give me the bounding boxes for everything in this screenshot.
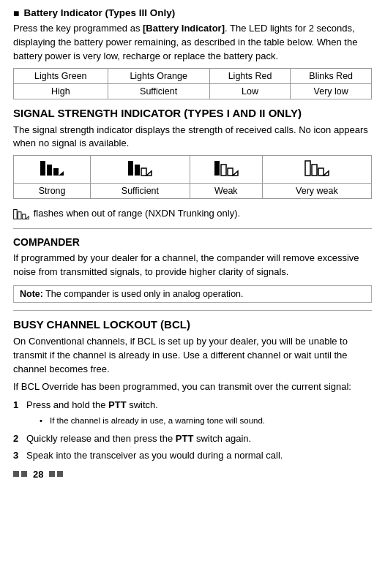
note-box: Note: The compander is used only in anal… (13, 285, 372, 303)
bcl-step-1: 1 Press and hold the PTT switch. • If th… (13, 399, 372, 429)
svg-rect-0 (40, 161, 45, 176)
battery-value-1: High (14, 83, 108, 99)
svg-marker-7 (146, 171, 152, 176)
signal-table: Strong Sufficient Weak Very weak (13, 155, 372, 199)
bcl-title: BUSY CHANNEL LOCKOUT (BCL) (13, 318, 372, 331)
battery-title: Battery Indicator (Types III Only) (23, 7, 175, 18)
sub-bullet-item-1: • If the channel is already in use, a wa… (40, 415, 372, 426)
signal-icon-weak (190, 156, 262, 184)
compander-section: COMPANDER If programmed by your dealer f… (13, 236, 372, 303)
battery-value-3: Low (209, 83, 291, 99)
bcl-description-1: On Conventional channels, if BCL is set … (13, 335, 372, 377)
battery-header-4: Blinks Red (291, 68, 372, 83)
bullet-icon: ■ (13, 7, 19, 19)
note-label: Note: (20, 289, 43, 299)
signal-icon-strong (14, 156, 91, 184)
svg-rect-8 (214, 161, 220, 176)
page-squares (13, 471, 27, 477)
svg-rect-6 (141, 168, 146, 176)
battery-header-1: Lights Green (14, 68, 108, 83)
battery-section: ■ Battery Indicator (Types III Only) Pre… (13, 7, 372, 99)
bcl-section: BUSY CHANNEL LOCKOUT (BCL) On Convention… (13, 318, 372, 463)
compander-description: If programmed by your dealer for a chann… (13, 252, 372, 279)
svg-marker-19 (26, 216, 29, 219)
battery-table: Lights Green Lights Orange Lights Red Bl… (13, 68, 372, 99)
page-squares-right (49, 471, 63, 477)
step-num-2: 2 (13, 432, 26, 446)
svg-rect-18 (22, 214, 26, 219)
svg-rect-13 (312, 165, 317, 176)
note-text: The compander is used only in analog ope… (43, 289, 244, 299)
battery-description: Press the key programmed as [Battery Ind… (13, 22, 372, 64)
signal-description: The signal strength indicator displays t… (13, 124, 372, 151)
section-divider-1 (13, 228, 372, 229)
svg-rect-4 (128, 161, 133, 176)
page-number: 28 (33, 469, 43, 480)
bcl-description-2: If BCL Override has been programmed, you… (13, 380, 372, 394)
svg-rect-16 (14, 210, 18, 219)
battery-header-3: Lights Red (209, 68, 291, 83)
sq-2 (21, 471, 27, 477)
step-content-2: Quickly release and then press the PTT s… (26, 432, 372, 446)
sub-bullets-1: • If the channel is already in use, a wa… (40, 415, 372, 426)
compander-title: COMPANDER (13, 236, 372, 248)
svg-rect-1 (47, 165, 52, 176)
svg-rect-17 (18, 212, 21, 219)
svg-marker-15 (324, 171, 329, 176)
svg-marker-3 (59, 171, 64, 176)
signal-label-strong: Strong (14, 184, 91, 199)
signal-icon-sufficient (91, 156, 190, 184)
signal-title: SIGNAL STRENGTH INDICATOR (TYPES I AND I… (13, 107, 372, 119)
bcl-steps: 1 Press and hold the PTT switch. • If th… (13, 399, 372, 463)
battery-value-2: Sufficient (108, 83, 209, 99)
svg-rect-2 (53, 168, 59, 176)
battery-header-2: Lights Orange (108, 68, 209, 83)
svg-marker-11 (233, 171, 238, 176)
signal-section: SIGNAL STRENGTH INDICATOR (TYPES I AND I… (13, 107, 372, 223)
sub-text-1: If the channel is already in use, a warn… (50, 415, 265, 426)
signal-label-sufficient: Sufficient (91, 184, 190, 199)
section-divider-2 (13, 310, 372, 311)
svg-rect-10 (228, 168, 233, 176)
svg-rect-5 (135, 165, 140, 176)
step-num-3: 3 (13, 449, 26, 463)
bcl-step-3: 3 Speak into the transceiver as you woul… (13, 449, 372, 463)
sq-4 (57, 471, 63, 477)
step-content-1: Press and hold the PTT switch. • If the … (26, 399, 372, 429)
sq-3 (49, 471, 55, 477)
svg-rect-12 (305, 161, 310, 176)
step-num-1: 1 (13, 399, 26, 412)
step-content-3: Speak into the transceiver as you would … (26, 449, 372, 463)
sq-1 (13, 471, 19, 477)
signal-label-weak: Weak (190, 184, 262, 199)
svg-rect-14 (318, 168, 324, 176)
signal-label-very-weak: Very weak (262, 184, 371, 199)
battery-value-4: Very low (291, 83, 372, 99)
sub-dot-1: • (40, 415, 50, 426)
svg-rect-9 (221, 165, 226, 176)
bcl-step-2: 2 Quickly release and then press the PTT… (13, 432, 372, 446)
signal-icon-very-weak (262, 156, 371, 184)
flash-note: flashes when out of range (NXDN Trunking… (13, 206, 372, 222)
page-num-bar: 28 (13, 469, 372, 480)
